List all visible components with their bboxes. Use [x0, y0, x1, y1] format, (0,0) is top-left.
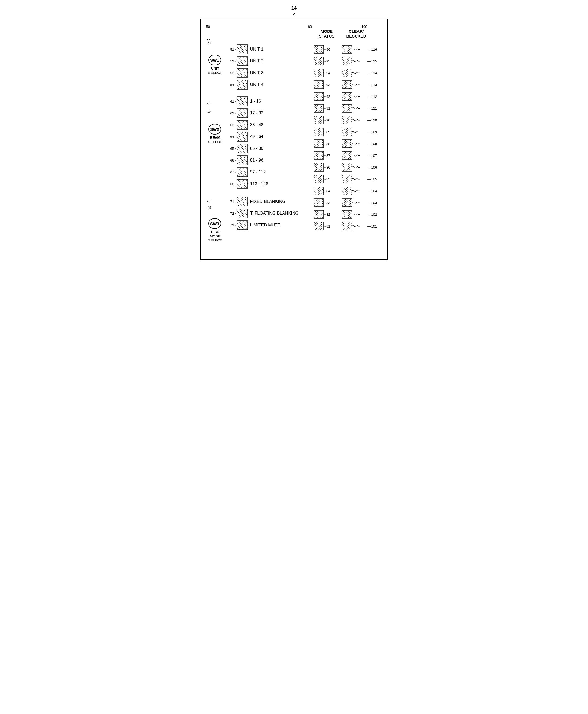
label-51: UNIT 1	[250, 47, 264, 52]
right-ref-104: —104	[368, 185, 382, 197]
group-60-ref: 60	[207, 102, 210, 106]
unit-item-51: 51 ~ UNIT 1	[230, 43, 314, 55]
mode-item-73: 73 ~ LIMITED MUTE	[230, 219, 314, 231]
num-65: 65	[230, 147, 234, 151]
right-ref-105: —105	[368, 173, 382, 185]
num-71: 71	[230, 200, 234, 204]
clear-blocked-row-111	[342, 102, 368, 114]
mode-status-row-91: ~91	[314, 102, 342, 114]
hatch-71	[237, 197, 248, 207]
hatch-63	[237, 120, 248, 130]
right-ref-114: —114	[368, 67, 382, 79]
ref-49: 49	[208, 205, 211, 210]
sw3-circle[interactable]: SW3	[208, 218, 221, 229]
num-54: 54	[230, 83, 234, 87]
hatch-68	[237, 179, 248, 189]
main-diagram-box: 50 80 100 MODESTATUS CLEAR/BLOCKED 50	[200, 19, 388, 260]
num-67: 67	[230, 170, 234, 174]
label-68: 113 - 128	[250, 181, 268, 186]
label-72: T. FLOATING BLANKING	[250, 211, 299, 216]
ref-numbers-column: —116—115—114—113—112—111—110—109—108—107…	[368, 43, 382, 232]
hatch-53	[237, 68, 248, 78]
clear-blocked-row-103	[342, 197, 368, 209]
sw3-group: ↓ SW3 DISPMODESELECT	[208, 215, 222, 242]
hatch-61	[237, 96, 248, 106]
hatch-64	[237, 132, 248, 142]
beam-item-67: 67 ~ 97 - 112	[230, 166, 314, 178]
ref-100-label: 100	[361, 25, 368, 29]
mode-status-rows: ~96 ~95 ~94 ~93 ~92	[314, 43, 342, 232]
sw2-group: ↓ SW2 BEAMSELECT	[208, 121, 222, 144]
label-54: UNIT 4	[250, 82, 264, 87]
hatch-67	[237, 167, 248, 177]
right-ref-113: —113	[368, 79, 382, 91]
sw2-circle[interactable]: SW2	[208, 124, 221, 134]
hatch-73	[237, 220, 248, 230]
beam-item-68: 68 ~ 113 - 128	[230, 178, 314, 190]
num-66: 66	[230, 158, 234, 163]
num-73: 73	[230, 223, 234, 227]
num-72: 72	[230, 212, 234, 215]
hatch-66	[237, 155, 248, 165]
hatch-54	[237, 80, 248, 89]
right-ref-115: —115	[368, 55, 382, 67]
label-73: LIMITED MUTE	[250, 223, 280, 228]
clear-blocked-row-113	[342, 79, 368, 91]
right-ref-107: —107	[368, 150, 382, 161]
mode-status-row-89: ~89	[314, 126, 342, 138]
hatch-72	[237, 209, 248, 218]
unit-item-52: 52 ~ UNIT 2	[230, 55, 314, 67]
mode-status-row-84: ~84	[314, 185, 342, 197]
clear-blocked-row-105	[342, 173, 368, 185]
clear-blocked-row-114	[342, 67, 368, 79]
hatch-62	[237, 108, 248, 118]
mode-status-row-93: ~93	[314, 79, 342, 91]
mode-status-row-83: ~83	[314, 197, 342, 209]
right-ref-112: —112	[368, 91, 382, 102]
right-ref-111: —111	[368, 102, 382, 114]
right-ref-108: —108	[368, 138, 382, 150]
clear-blocked-row-112	[342, 91, 368, 102]
right-ref-103: —103	[368, 197, 382, 209]
mode-status-row-95: ~95	[314, 55, 342, 67]
hatch-65	[237, 144, 248, 153]
hatch-51	[237, 44, 248, 54]
clear-blocked-row-106	[342, 161, 368, 173]
clear-blocked-row-102	[342, 209, 368, 220]
clear-blocked-row-116	[342, 43, 368, 55]
figure-number: 14	[291, 5, 297, 11]
page-container: 14 ↙ 50 80 100 MODESTATUS CLEAR/BLOCKED	[200, 5, 388, 260]
beam-item-62: 62 ~ 17 - 32	[230, 107, 314, 119]
label-67: 97 - 112	[250, 170, 266, 174]
beam-item-63: 63 ~ 33 - 48	[230, 119, 314, 131]
right-ref-110: —110	[368, 114, 382, 126]
right-ref-116: —116	[368, 43, 382, 55]
beam-item-64: 64 ~ 49 - 64	[230, 131, 314, 143]
clear-blocked-row-110	[342, 114, 368, 126]
beam-item-66: 66 ~ 81 - 96	[230, 154, 314, 166]
clear-blocked-column	[342, 43, 368, 232]
mode-status-row-85: ~85	[314, 173, 342, 185]
clear-blocked-rows	[342, 43, 368, 232]
clear-blocked-row-101	[342, 220, 368, 232]
mode-status-row-94: ~94	[314, 67, 342, 79]
mode-status-row-90: ~90	[314, 114, 342, 126]
label-62: 17 - 32	[250, 111, 264, 115]
clear-blocked-header: CLEAR/BLOCKED	[343, 29, 370, 39]
label-65: 65 - 80	[250, 146, 264, 151]
right-ref-102: —102	[368, 209, 382, 220]
beam-item-61: 61 ~ 1 - 16	[230, 95, 314, 107]
beam-item-65: 65 ~ 65 - 80	[230, 143, 314, 154]
beam-items-group: 61 ~ 1 - 16	[230, 95, 314, 190]
sw2-label: BEAMSELECT	[208, 136, 222, 144]
label-61: 1 - 16	[250, 99, 261, 104]
label-71: FIXED BLANKING	[250, 199, 286, 204]
num-52: 52	[230, 59, 234, 63]
num-51: 51	[230, 47, 234, 51]
sw1-circle[interactable]: SW1	[208, 55, 221, 65]
right-ref-106: —106	[368, 161, 382, 173]
label-66: 81 - 96	[250, 158, 264, 163]
mode-status-row-82: ~82	[314, 209, 342, 220]
sw3-label: DISPMODESELECT	[208, 230, 222, 242]
clear-blocked-row-104	[342, 185, 368, 197]
